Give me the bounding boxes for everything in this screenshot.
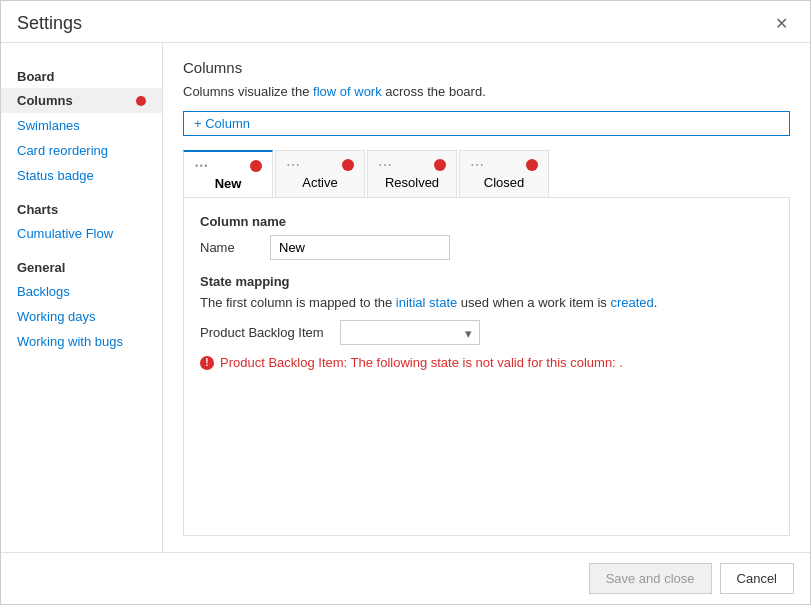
state-dropdown[interactable] [340,320,480,345]
column-name-title: Column name [200,214,773,229]
tab-active-label: Active [302,175,337,190]
tab-active-top: ⋯ [286,157,354,173]
tab-active[interactable]: ⋯ Active [275,150,365,197]
description: Columns visualize the flow of work acros… [183,84,790,99]
settings-dialog: Settings ✕ Board Columns Swimlanes Card … [0,0,811,605]
tab-new-label: New [215,176,242,191]
tab-active-error [342,159,354,171]
sidebar: Board Columns Swimlanes Card reordering … [1,43,163,552]
column-name-group: Column name Name [200,214,773,260]
sidebar-item-columns[interactable]: Columns [1,88,162,113]
tab-closed-label: Closed [484,175,524,190]
tab-closed-top: ⋯ [470,157,538,173]
sidebar-item-backlogs[interactable]: Backlogs [1,279,162,304]
dropdown-label: Product Backlog Item [200,325,330,340]
tab-resolved-label: Resolved [385,175,439,190]
sidebar-item-status-badge[interactable]: Status badge [1,163,162,188]
state-mapping-title: State mapping [200,274,773,289]
tab-closed-error [526,159,538,171]
tab-new[interactable]: ⋯ New [183,150,273,197]
state-mapping-group: State mapping The first column is mapped… [200,274,773,370]
sidebar-section-charts: Charts [1,196,162,221]
tab-new-menu[interactable]: ⋯ [194,158,208,174]
tab-resolved-menu[interactable]: ⋯ [378,157,392,173]
main-content: Columns Columns visualize the flow of wo… [163,43,810,552]
columns-error-indicator [136,96,146,106]
close-button[interactable]: ✕ [769,14,794,34]
dropdown-row: Product Backlog Item [200,320,773,345]
dialog-body: Board Columns Swimlanes Card reordering … [1,43,810,552]
tab-resolved-error [434,159,446,171]
name-field-input[interactable] [270,235,450,260]
error-icon: ! [200,356,214,370]
sidebar-item-working-days[interactable]: Working days [1,304,162,329]
tab-new-error [250,160,262,172]
sidebar-section-general: General [1,254,162,279]
tab-resolved-top: ⋯ [378,157,446,173]
tab-new-top: ⋯ [194,158,262,174]
dialog-header: Settings ✕ [1,1,810,43]
state-mapping-description: The first column is mapped to the initia… [200,295,773,310]
columns-tabs: ⋯ New ⋯ Active ⋯ [183,150,790,198]
sidebar-section-board: Board [1,63,162,88]
name-field-label: Name [200,240,260,255]
cancel-button[interactable]: Cancel [720,563,794,594]
tab-active-menu[interactable]: ⋯ [286,157,300,173]
dialog-footer: Save and close Cancel [1,552,810,604]
add-column-button[interactable]: + Column [183,111,790,136]
save-close-button[interactable]: Save and close [589,563,712,594]
error-text: Product Backlog Item: The following stat… [220,355,623,370]
dialog-title: Settings [17,13,82,34]
sidebar-item-swimlanes[interactable]: Swimlanes [1,113,162,138]
column-panel: Column name Name State mapping The first… [183,198,790,536]
tab-closed[interactable]: ⋯ Closed [459,150,549,197]
tab-closed-menu[interactable]: ⋯ [470,157,484,173]
sidebar-item-cumulative-flow[interactable]: Cumulative Flow [1,221,162,246]
tab-resolved[interactable]: ⋯ Resolved [367,150,457,197]
page-title: Columns [183,59,790,76]
dropdown-wrapper [340,320,480,345]
sidebar-item-working-with-bugs[interactable]: Working with bugs [1,329,162,354]
sidebar-item-card-reordering[interactable]: Card reordering [1,138,162,163]
name-field-row: Name [200,235,773,260]
validation-error: ! Product Backlog Item: The following st… [200,355,773,370]
